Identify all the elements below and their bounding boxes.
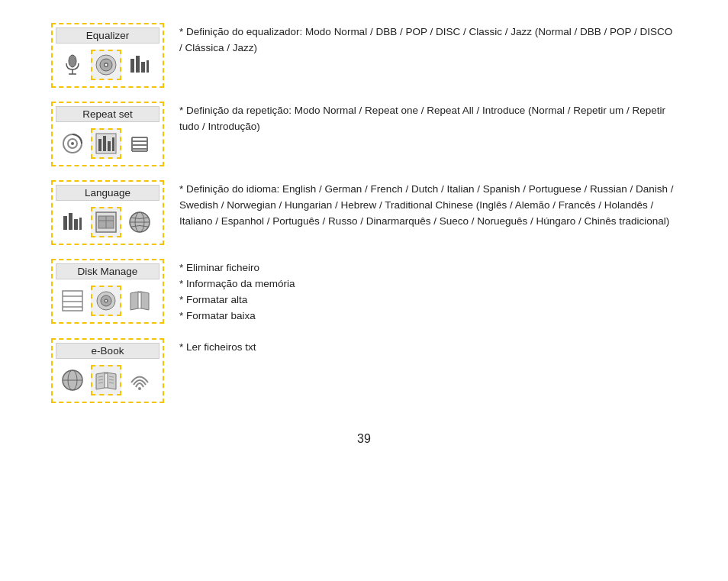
disk-manage-box: Disk Manage	[51, 259, 164, 324]
language-icons	[56, 204, 159, 240]
svg-rect-16	[103, 136, 106, 151]
repeat-set-row: Repeat set	[51, 102, 677, 166]
svg-point-13	[71, 142, 74, 145]
svg-point-6	[105, 64, 108, 66]
page-number: 39	[51, 432, 677, 446]
repeat-eq-icon	[91, 128, 121, 159]
disk-manage-description: * Eliminar ficheiro * Informação da memó…	[179, 259, 677, 324]
svg-rect-9	[141, 62, 145, 73]
repeat-set-label: Repeat set	[56, 106, 159, 122]
equalizer-label: Equalizer	[56, 27, 159, 44]
svg-point-58	[138, 387, 141, 390]
ebook-row: e-Book	[51, 338, 677, 403]
ebook-globe-icon	[57, 365, 88, 395]
mic-icon	[57, 50, 88, 80]
lang-folder-icon	[91, 207, 121, 237]
svg-rect-18	[112, 137, 114, 151]
repeat-set-icons	[56, 125, 159, 162]
repeat-set-box: Repeat set	[51, 102, 164, 166]
language-description: * Definição do idioma: English / German …	[179, 180, 677, 230]
equalizer-row: Equalizer	[51, 23, 677, 88]
ebook-icons	[56, 362, 159, 399]
language-box: Language	[51, 180, 164, 245]
disk-book-icon	[124, 286, 155, 316]
svg-rect-27	[69, 213, 72, 230]
disc-icon	[91, 50, 121, 80]
svg-rect-17	[108, 141, 111, 151]
ebook-description: * Ler ficheiros txt	[179, 338, 677, 356]
disk-manage-label: Disk Manage	[56, 263, 159, 279]
ebook-label: e-Book	[56, 343, 159, 359]
equalizer-box: Equalizer	[51, 23, 164, 88]
page-content: Equalizer	[51, 23, 677, 446]
equalizer-description: * Definição do equalizador: Modo Normal …	[179, 23, 677, 56]
svg-point-44	[105, 300, 107, 302]
svg-rect-29	[79, 218, 82, 230]
disk-manage-icons	[56, 282, 159, 319]
disk-cd-icon	[91, 286, 121, 316]
ebook-wireless-icon	[124, 365, 155, 395]
svg-rect-10	[147, 60, 149, 73]
svg-rect-15	[98, 139, 101, 151]
svg-rect-8	[136, 56, 140, 73]
disk-list-icon	[57, 286, 88, 316]
svg-rect-7	[130, 59, 134, 73]
disk-manage-row: Disk Manage	[51, 259, 677, 324]
lang-eq-icon	[57, 207, 88, 237]
svg-point-0	[69, 55, 76, 67]
ebook-box: e-Book	[51, 338, 164, 403]
svg-rect-37	[63, 291, 82, 311]
ebook-book-icon	[91, 365, 121, 395]
repeat-disc-icon	[57, 128, 88, 159]
lang-globe-icon	[124, 207, 155, 237]
repeat-list-icon	[124, 128, 155, 159]
svg-rect-28	[74, 219, 78, 230]
eq-bars-icon	[124, 50, 155, 80]
svg-rect-26	[63, 216, 67, 230]
language-row: Language	[51, 180, 677, 245]
repeat-set-description: * Definição da repetição: Modo Normal / …	[179, 102, 677, 135]
equalizer-icons	[56, 47, 159, 83]
language-label: Language	[56, 185, 159, 201]
